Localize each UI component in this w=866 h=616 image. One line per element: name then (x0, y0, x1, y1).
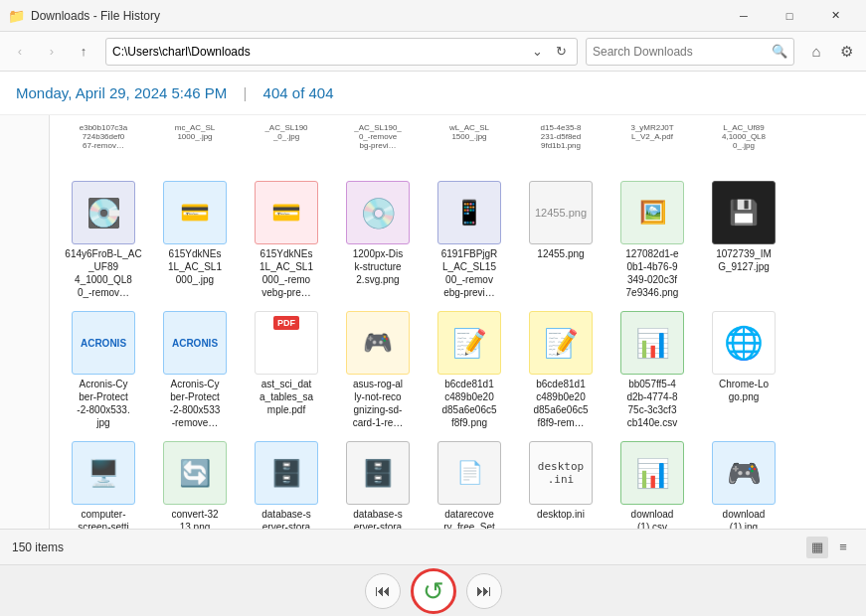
list-item[interactable]: 12455.png 12455.png (517, 177, 605, 303)
header-date: Monday, April 29, 2024 5:46 PM (16, 84, 227, 101)
list-item[interactable]: 🗄️ database-server-storage-arrows-20275.… (243, 437, 330, 529)
file-name: bb057ff5-4d2b-4774-875c-3c3cf3cb140e.csv (626, 378, 677, 429)
title-bar-text: Downloads - File History (31, 9, 721, 23)
list-item[interactable]: 🎮 download(1).jpg (700, 437, 787, 529)
file-name: 1200px-Disk-structure2.svg.png (353, 247, 404, 286)
file-name: desktop.ini (537, 508, 585, 521)
home-button[interactable]: ⌂ (802, 38, 830, 66)
address-input[interactable] (112, 45, 523, 59)
title-bar-controls: ─ □ ✕ (721, 0, 858, 32)
file-name: b6cde81d1c489b0e20d85a6e06c5f8f9.png (441, 378, 496, 429)
list-item[interactable]: 💳 615YdkNEs1L_AC_SL1000_.jpg (151, 177, 239, 303)
file-item-partial[interactable]: 3_yMR2J0TL_V2_A.pdf (608, 121, 696, 173)
close-button[interactable]: ✕ (812, 0, 858, 32)
list-item[interactable]: PDF ast_sci_data_tables_sample.pdf (243, 307, 330, 433)
list-item[interactable]: 💿 1200px-Disk-structure2.svg.png (334, 177, 422, 303)
main-content: e3b0b107c3a724b36def067-remov… mc_AC_SL1… (0, 115, 866, 529)
status-items: 150 items (12, 540, 64, 554)
maximize-button[interactable]: □ (767, 0, 812, 32)
file-name: 6191FBPjgRL_AC_SL1500_-removebg-previ… (441, 247, 498, 299)
list-item[interactable]: 📝 b6cde81d1c489b0e20d85a6e06c5f8f9-rem… (517, 307, 605, 433)
search-input[interactable] (593, 45, 768, 59)
list-item[interactable]: ACRONIS Acronis-Cyber-Protect-2-800x533.… (60, 307, 147, 433)
header-bar: Monday, April 29, 2024 5:46 PM | 404 of … (0, 72, 866, 115)
file-name: Chrome-Logo.png (719, 378, 769, 403)
view-list-button[interactable]: ≡ (832, 537, 854, 558)
file-item-partial[interactable]: mc_AC_SL1000_.jpg (151, 121, 239, 173)
file-name: 615YdkNEs1L_AC_SL1000_-removebg-pre… (260, 247, 313, 299)
file-item-partial[interactable]: L_AC_Uf894,1000_QL80_.jpg (700, 121, 787, 173)
file-name: computer-screen-settings-22649.png (78, 508, 129, 529)
file-item-partial[interactable]: e3b0b107c3a724b36def067-remov… (60, 121, 147, 173)
back-button[interactable]: ‹ (6, 38, 34, 66)
file-name: 127082d1-e0b1-4b76-9349-020c3f7e9346.png (625, 247, 678, 299)
title-bar-icon: 📁 (8, 8, 25, 24)
first-page-button[interactable]: ⏮ (365, 573, 401, 609)
list-item[interactable]: ACRONIS Acronis-Cyber-Protect-2-800x533-… (151, 307, 239, 433)
file-name: download(1).csv (631, 508, 674, 529)
file-name: Acronis-Cyber-Protect-2-800x533.jpg (77, 378, 129, 429)
status-bar: 150 items ▦ ≡ (0, 529, 866, 564)
last-page-button[interactable]: ⏭ (466, 573, 502, 609)
toolbar-right-buttons: ⌂ ⚙ (802, 38, 860, 66)
partial-row: e3b0b107c3a724b36def067-remov… mc_AC_SL1… (60, 121, 856, 173)
list-item[interactable]: 🎮 asus-rog-ally-not-recognizing-sd-card-… (334, 307, 422, 433)
search-wrap: 🔍 (586, 38, 794, 66)
file-item-partial[interactable]: _AC_SL190_0_.jpg (243, 121, 330, 173)
file-name: 615YdkNEs1L_AC_SL1000_.jpg (168, 247, 222, 286)
files-row-1: 💽 614y6FroB-L_AC_UF894_1000_QL80_-remov…… (60, 177, 856, 303)
file-item-partial[interactable]: d15-4e35-8231-d5f8ed9fd1b1.png (517, 121, 605, 173)
sidebar (0, 115, 50, 529)
list-item[interactable]: 📱 6191FBPjgRL_AC_SL1500_-removebg-previ… (426, 177, 513, 303)
file-name: datarecovery_free_Setup_20240204.2645.dm… (441, 508, 497, 529)
status-right: ▦ ≡ (806, 537, 854, 558)
list-item[interactable]: 📄 datarecovery_free_Setup_20240204.2645.… (426, 437, 513, 529)
file-name: 614y6FroB-L_AC_UF894_1000_QL80_-remov… (64, 247, 143, 299)
list-item[interactable]: 🖥️ computer-screen-settings-22649.png (60, 437, 147, 529)
list-item[interactable]: 📊 download(1).csv (608, 437, 696, 529)
view-grid-button[interactable]: ▦ (806, 537, 828, 558)
list-item[interactable]: 🌐 Chrome-Logo.png (700, 307, 787, 433)
file-name: asus-rog-ally-not-recognizing-sd-card-1-… (353, 378, 404, 429)
file-name: download(1).jpg (723, 508, 766, 529)
file-name: Acronis-Cyber-Protect-2-800x533-remove… (170, 378, 221, 429)
list-item[interactable]: desktop.ini desktop.ini (517, 437, 605, 529)
file-name: database-server-storage-arrows-black-ou… (353, 508, 402, 529)
list-item[interactable]: 💳 615YdkNEs1L_AC_SL1000_-removebg-pre… (243, 177, 330, 303)
nav-bottom: ⏮ ↺ ⏭ (0, 564, 866, 616)
forward-button[interactable]: › (38, 38, 66, 66)
list-item[interactable]: 📝 b6cde81d1c489b0e20d85a6e06c5f8f9.png (426, 307, 513, 433)
file-name: 12455.png (537, 247, 584, 260)
list-item[interactable]: 📊 bb057ff5-4d2b-4774-875c-3c3cf3cb140e.c… (608, 307, 696, 433)
list-item[interactable]: 🗄️ database-server-storage-arrows-black-… (334, 437, 422, 529)
toolbar: ‹ › ↑ ⌄ ↻ 🔍 ⌂ ⚙ (0, 32, 866, 72)
list-item[interactable]: 💽 614y6FroB-L_AC_UF894_1000_QL80_-remov… (60, 177, 147, 303)
file-name: database-server-storage-arrows-20275.png (261, 508, 310, 529)
list-item[interactable]: 🖼️ 127082d1-e0b1-4b76-9349-020c3f7e9346.… (608, 177, 696, 303)
header-divider: | (239, 84, 251, 101)
files-row-3: 🖥️ computer-screen-settings-22649.png 🔄 … (60, 437, 856, 529)
files-row-2: ACRONIS Acronis-Cyber-Protect-2-800x533.… (60, 307, 856, 433)
title-bar: 📁 Downloads - File History ─ □ ✕ (0, 0, 866, 32)
file-item-partial[interactable]: wL_AC_SL1500_.jpg (426, 121, 513, 173)
file-name: 1072739_IMG_9127.jpg (716, 247, 772, 273)
minimize-button[interactable]: ─ (721, 0, 767, 32)
header-count: 404 of 404 (263, 84, 334, 101)
file-name: convert-3213.png (171, 508, 218, 529)
refresh-address-button[interactable]: ⌄ (527, 42, 547, 62)
search-icon-button[interactable]: 🔍 (772, 44, 787, 59)
refresh-button[interactable]: ↻ (551, 42, 571, 62)
up-button[interactable]: ↑ (70, 38, 97, 66)
file-item-partial[interactable]: _AC_SL190_0_-removebg-previ… (334, 121, 422, 173)
files-container[interactable]: e3b0b107c3a724b36def067-remov… mc_AC_SL1… (50, 115, 866, 529)
list-item[interactable]: 🔄 convert-3213.png (151, 437, 239, 529)
file-name: ast_sci_data_tables_sample.pdf (260, 378, 313, 416)
file-name: b6cde81d1c489b0e20d85a6e06c5f8f9-rem… (533, 378, 588, 429)
refresh-main-button[interactable]: ↺ (411, 568, 456, 614)
settings-button[interactable]: ⚙ (832, 38, 860, 66)
address-bar-wrap: ⌄ ↻ (105, 38, 578, 66)
status-items-count: 150 items (12, 540, 64, 554)
list-item[interactable]: 💾 1072739_IMG_9127.jpg (700, 177, 787, 303)
